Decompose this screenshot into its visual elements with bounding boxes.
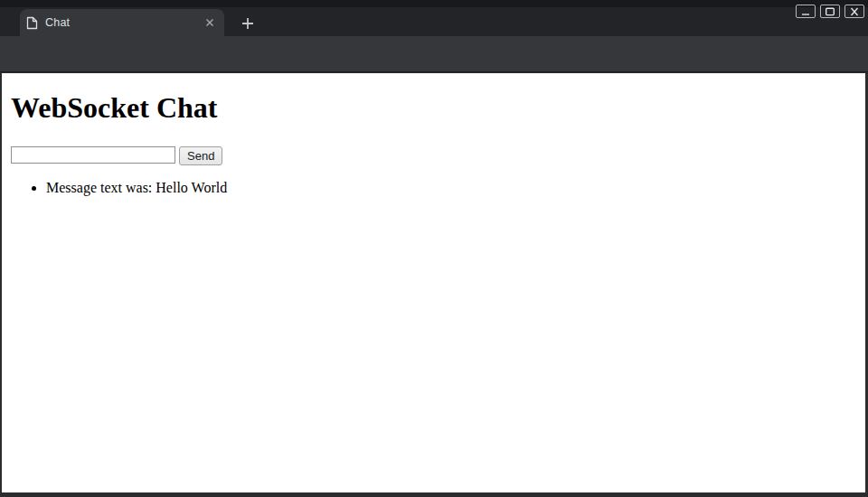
- message-input[interactable]: [11, 146, 175, 164]
- browser-window: Chat 127.0.0.1:8000 ☆: [0, 0, 868, 497]
- message-form: Send: [11, 146, 858, 165]
- document-favicon-icon: [26, 16, 38, 30]
- message-item: Message text was: Hello World: [46, 180, 858, 196]
- window-controls: [796, 5, 864, 18]
- maximize-button[interactable]: [820, 5, 840, 18]
- page-title: WebSocket Chat: [11, 91, 858, 125]
- message-list: Message text was: Hello World: [9, 180, 858, 196]
- tab-chat[interactable]: Chat: [20, 9, 224, 36]
- new-tab-button[interactable]: [237, 13, 259, 34]
- tab-close-button[interactable]: [203, 15, 217, 30]
- window-frame-top: [0, 0, 868, 7]
- close-button[interactable]: [844, 5, 864, 18]
- minimize-icon: [800, 7, 811, 16]
- send-button[interactable]: Send: [179, 146, 222, 165]
- tab-close-icon: [205, 18, 214, 27]
- minimize-button[interactable]: [796, 5, 816, 18]
- close-icon: [849, 7, 860, 16]
- navigation-toolbar: 127.0.0.1:8000 ☆: [0, 36, 868, 72]
- page-content: WebSocket Chat Send Message text was: He…: [2, 73, 865, 492]
- tab-title: Chat: [45, 16, 203, 29]
- maximize-icon: [825, 7, 835, 16]
- plus-icon: [241, 17, 254, 30]
